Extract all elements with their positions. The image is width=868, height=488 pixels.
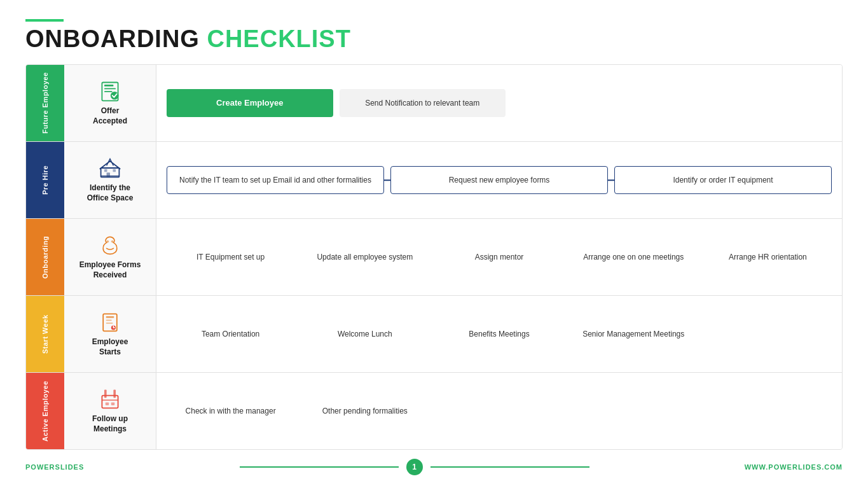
tasks-startweek: Team Orientation Welcome Lunch Benefits …	[156, 296, 842, 372]
task-one-on-one[interactable]: Arrange one on one meetings	[570, 243, 698, 271]
svg-point-11	[107, 241, 109, 243]
label-startweek: Start Week	[26, 296, 64, 372]
icon-cell-startweek: EmployeeStarts	[64, 296, 156, 372]
task-hr-orientation[interactable]: Arrange HR orientation	[704, 243, 832, 271]
task-empty-active1	[435, 397, 563, 425]
footer-powerslides: POWERSLIDES	[25, 463, 84, 471]
task-empty-active3	[704, 397, 832, 425]
employee-starts-icon	[99, 310, 121, 333]
task-request-forms[interactable]: Request new employee forms	[390, 166, 608, 194]
svg-rect-2	[104, 88, 116, 90]
row-future-employee: Future Employee OfferAccepted Create Emp…	[26, 65, 842, 142]
svg-rect-1	[104, 85, 113, 87]
label-prehire: Pre Hire	[26, 142, 64, 218]
task-assign-mentor[interactable]: Assign mentor	[435, 243, 563, 271]
task-checkin-manager[interactable]: Check in with the manager	[167, 397, 294, 425]
svg-rect-16	[106, 323, 113, 324]
tasks-prehire: Notify the IT team to set up Email id an…	[156, 142, 842, 218]
label-future-text: Future Employee	[41, 73, 49, 134]
task-create-employee[interactable]: Create Employee	[167, 89, 333, 117]
row-pre-hire: Pre Hire Identify theOffice Space	[26, 142, 842, 219]
svg-rect-14	[106, 316, 114, 318]
follow-up-icon	[99, 387, 121, 410]
task-pending-formalities[interactable]: Other pending formalities	[301, 397, 429, 425]
offer-accepted-icon	[99, 80, 121, 102]
footer-line-right	[431, 466, 589, 468]
task-empty-1	[512, 89, 832, 117]
forms-received-icon	[99, 234, 121, 256]
svg-rect-6	[107, 173, 110, 178]
tasks-active: Check in with the manager Other pending …	[156, 373, 842, 449]
task-benefits-meetings[interactable]: Benefits Meetings	[435, 320, 563, 348]
main-title: ONBOARDING CHECKLIST	[25, 25, 843, 53]
task-update-system[interactable]: Update all employee system	[301, 243, 429, 271]
row-active: Active Employee Follow upMeetings Check …	[26, 373, 842, 449]
icon-cell-onboarding: Employee FormsReceived	[64, 219, 156, 295]
label-future: Future Employee	[26, 65, 64, 141]
follow-up-label: Follow upMeetings	[92, 414, 128, 434]
forms-received-label: Employee FormsReceived	[79, 260, 141, 280]
row-onboarding: Onboarding Employee FormsReceived IT Equ…	[26, 219, 842, 296]
label-prehire-text: Pre Hire	[41, 165, 49, 195]
page: ONBOARDING CHECKLIST Future Employee Of	[0, 0, 868, 488]
task-senior-mgmt[interactable]: Senior Management Meetings	[570, 320, 698, 348]
icon-cell-active: Follow upMeetings	[64, 373, 156, 449]
svg-rect-25	[111, 403, 114, 406]
svg-rect-8	[113, 169, 116, 172]
task-welcome-lunch[interactable]: Welcome Lunch	[301, 320, 429, 348]
footer-center: 1	[240, 459, 589, 475]
task-order-equipment[interactable]: Identify or order IT equipment	[614, 166, 832, 194]
tasks-onboarding: IT Equipment set up Update all employee …	[156, 219, 842, 295]
svg-point-12	[111, 241, 114, 243]
svg-rect-24	[106, 403, 109, 406]
svg-rect-7	[104, 169, 107, 172]
task-team-orientation[interactable]: Team Orientation	[167, 320, 294, 348]
tasks-future: Create Employee Send Notification to rel…	[156, 65, 842, 141]
icon-cell-future: OfferAccepted	[64, 65, 156, 141]
svg-rect-22	[113, 390, 116, 398]
offer-accepted-label: OfferAccepted	[93, 106, 127, 126]
title-accent	[25, 19, 64, 22]
task-send-notification[interactable]: Send Notification to relevant team	[340, 89, 506, 117]
svg-rect-15	[106, 320, 112, 321]
label-onboarding: Onboarding	[26, 219, 64, 295]
task-notify-it[interactable]: Notify the IT team to set up Email id an…	[167, 166, 384, 194]
employee-starts-label: EmployeeStarts	[92, 337, 128, 357]
footer-page-badge: 1	[406, 459, 423, 475]
label-onboarding-text: Onboarding	[41, 235, 49, 278]
svg-rect-21	[104, 390, 107, 398]
footer-line-left	[240, 466, 399, 468]
footer-website: WWW.POWERLIDES.COM	[745, 463, 843, 471]
label-active-text: Active Employee	[41, 380, 49, 442]
office-space-label: Identify theOffice Space	[87, 183, 134, 203]
title-part1: ONBOARDING	[25, 25, 200, 52]
title-part2: CHECKLIST	[207, 25, 350, 52]
prehire-items: Notify the IT team to set up Email id an…	[167, 166, 832, 194]
task-it-equipment[interactable]: IT Equipment set up	[167, 243, 294, 271]
title-bar: ONBOARDING CHECKLIST	[25, 19, 843, 53]
icon-cell-prehire: Identify theOffice Space	[64, 142, 156, 218]
task-empty-active2	[570, 397, 698, 425]
office-space-icon	[99, 157, 121, 179]
checklist-grid: Future Employee OfferAccepted Create Emp…	[25, 64, 843, 450]
task-empty-startweek	[704, 320, 832, 348]
row-start-week: Start Week EmployeeStarts Team Orientati…	[26, 296, 842, 373]
footer: POWERSLIDES 1 WWW.POWERLIDES.COM	[25, 454, 843, 475]
label-startweek-text: Start Week	[41, 314, 49, 354]
label-active: Active Employee	[26, 373, 64, 449]
svg-rect-3	[104, 91, 113, 92]
